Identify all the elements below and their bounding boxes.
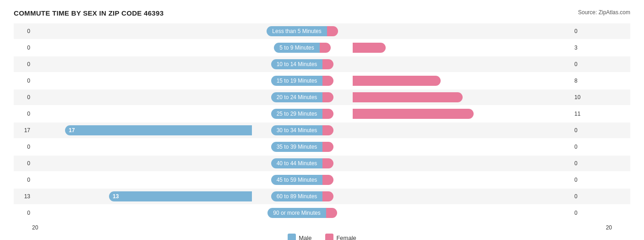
female-bar — [353, 76, 441, 86]
male-value: 0 — [14, 160, 32, 167]
capsule-pink-half — [322, 76, 333, 86]
bar-row: 040 to 44 Minutes0 — [14, 156, 630, 171]
row-label-text: 15 to 19 Minutes — [277, 78, 317, 84]
capsule-pink-half — [327, 26, 338, 36]
row-label-capsule: 90 or more Minutes — [267, 208, 337, 218]
row-label-text: 25 to 29 Minutes — [277, 111, 317, 117]
capsule-pink-half — [322, 109, 333, 119]
row-label-text: 5 to 9 Minutes — [279, 45, 314, 51]
chart-area: 0Less than 5 Minutes005 to 9 Minutes3010… — [14, 23, 630, 240]
row-label-capsule: 20 to 24 Minutes — [271, 92, 334, 102]
male-bar-container — [32, 43, 252, 53]
male-value: 0 — [14, 78, 32, 84]
male-value: 0 — [14, 111, 32, 117]
capsule-blue-half: 40 to 44 Minutes — [271, 158, 323, 168]
bar-row: 025 to 29 Minutes11 — [14, 106, 630, 122]
row-label-capsule: 30 to 34 Minutes — [271, 125, 334, 135]
female-value: 0 — [573, 61, 591, 67]
row-label-wrapper: 45 to 59 Minutes — [252, 175, 353, 185]
female-bar-container — [353, 158, 573, 168]
female-bar-container — [353, 142, 573, 152]
source-text: Source: ZipAtlas.com — [578, 9, 630, 16]
row-label-capsule: 40 to 44 Minutes — [271, 158, 334, 168]
female-swatch — [325, 234, 333, 240]
male-value: 0 — [14, 177, 32, 183]
female-bar-container — [353, 43, 573, 53]
row-label-wrapper: 40 to 44 Minutes — [252, 158, 353, 168]
male-bar-label: 13 — [113, 193, 119, 200]
bar-row: 045 to 59 Minutes0 — [14, 172, 630, 188]
capsule-blue-half: Less than 5 Minutes — [267, 26, 327, 36]
bar-row: 05 to 9 Minutes3 — [14, 40, 630, 56]
female-bar-container — [353, 208, 573, 218]
male-bar: 17 — [65, 125, 252, 135]
row-label-capsule: 45 to 59 Minutes — [271, 175, 334, 185]
row-label-wrapper: 60 to 89 Minutes — [252, 191, 353, 201]
female-bar-container — [353, 92, 573, 102]
capsule-pink-half — [322, 125, 333, 135]
male-value: 0 — [14, 45, 32, 51]
capsule-blue-half: 25 to 29 Minutes — [271, 109, 323, 119]
capsule-pink-half — [322, 158, 333, 168]
female-value: 0 — [573, 177, 591, 183]
row-label-capsule: 25 to 29 Minutes — [271, 109, 334, 119]
row-label-wrapper: 10 to 14 Minutes — [252, 59, 353, 69]
row-label-capsule: 10 to 14 Minutes — [271, 59, 334, 69]
female-label: Female — [336, 234, 356, 240]
capsule-pink-half — [322, 142, 333, 152]
male-label: Male — [299, 234, 311, 240]
x-axis: 20 20 — [14, 224, 630, 231]
capsule-blue-half: 5 to 9 Minutes — [274, 43, 319, 53]
male-bar-container — [32, 158, 252, 168]
female-value: 0 — [573, 28, 591, 34]
bar-row: 015 to 19 Minutes8 — [14, 73, 630, 89]
female-bar-container — [353, 59, 573, 69]
bar-row: 0Less than 5 Minutes0 — [14, 23, 630, 39]
bar-row: 020 to 24 Minutes10 — [14, 89, 630, 105]
capsule-blue-half: 30 to 34 Minutes — [271, 125, 323, 135]
female-bar-container — [353, 76, 573, 86]
row-label-text: 30 to 34 Minutes — [277, 127, 317, 134]
female-bar-container — [353, 26, 573, 36]
male-value: 17 — [14, 127, 32, 134]
capsule-pink-half — [320, 43, 331, 53]
legend-female: Female — [325, 234, 356, 240]
bar-row: 131360 to 89 Minutes0 — [14, 189, 630, 204]
row-label-capsule: 60 to 89 Minutes — [271, 191, 334, 201]
legend: Male Female — [14, 234, 630, 240]
capsule-pink-half — [322, 92, 333, 102]
capsule-blue-half: 60 to 89 Minutes — [271, 191, 323, 201]
female-bar-container — [353, 125, 573, 135]
male-value: 0 — [14, 94, 32, 100]
bar-row: 010 to 14 Minutes0 — [14, 56, 630, 72]
male-bar: 13 — [109, 191, 252, 201]
row-label-text: Less than 5 Minutes — [272, 28, 321, 34]
capsule-blue-half: 45 to 59 Minutes — [271, 175, 323, 185]
male-bar-container — [32, 109, 252, 119]
capsule-blue-half: 35 to 39 Minutes — [271, 142, 323, 152]
male-value: 0 — [14, 210, 32, 216]
female-value: 0 — [573, 193, 591, 200]
male-value: 0 — [14, 28, 32, 34]
female-value: 10 — [573, 94, 591, 100]
row-label-text: 20 to 24 Minutes — [277, 94, 317, 100]
female-bar-container — [353, 109, 573, 119]
female-value: 11 — [573, 111, 591, 117]
row-label-wrapper: 90 or more Minutes — [252, 208, 353, 218]
female-value: 0 — [573, 160, 591, 167]
male-bar-container — [32, 142, 252, 152]
female-value: 3 — [573, 45, 591, 51]
row-label-wrapper: 15 to 19 Minutes — [252, 76, 353, 86]
capsule-pink-half — [322, 175, 333, 185]
male-bar-container — [32, 175, 252, 185]
row-label-wrapper: 30 to 34 Minutes — [252, 125, 353, 135]
x-axis-left: 20 — [32, 224, 38, 231]
chart-title: COMMUTE TIME BY SEX IN ZIP CODE 46393 — [14, 9, 164, 17]
female-bar — [353, 92, 463, 102]
capsule-blue-half: 10 to 14 Minutes — [271, 59, 323, 69]
female-value: 0 — [573, 210, 591, 216]
male-swatch — [288, 234, 296, 240]
female-value: 0 — [573, 127, 591, 134]
row-label-capsule: Less than 5 Minutes — [267, 26, 338, 36]
row-label-wrapper: Less than 5 Minutes — [252, 26, 353, 36]
